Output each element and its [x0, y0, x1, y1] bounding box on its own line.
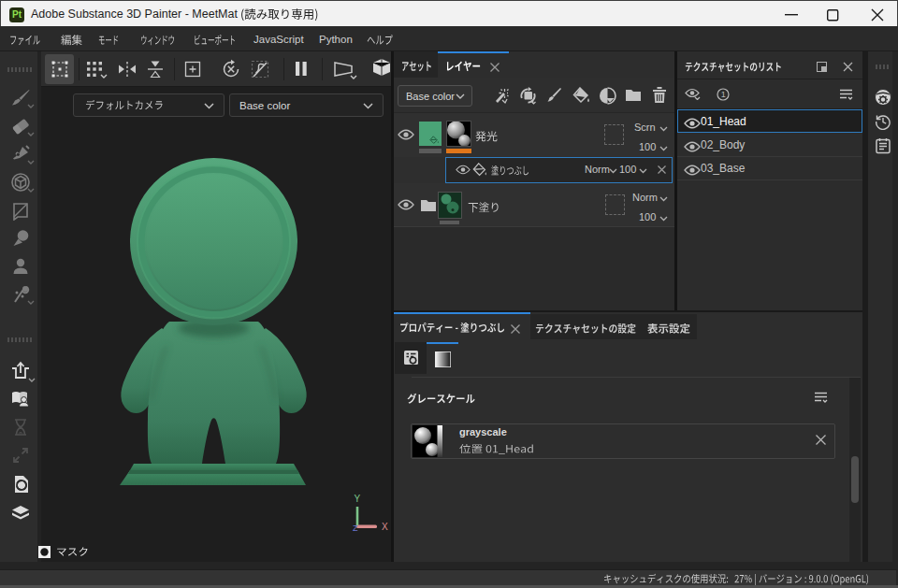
svg-text:X: X [382, 522, 388, 532]
svg-text:Z: Z [353, 523, 358, 533]
svg-text:1: 1 [721, 90, 726, 99]
svg-text:Y: Y [355, 494, 361, 504]
